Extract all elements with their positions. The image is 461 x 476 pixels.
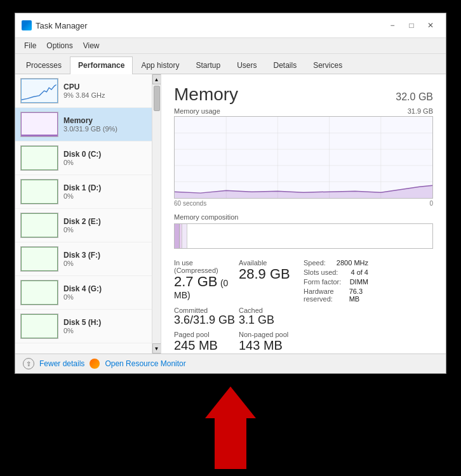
- disk0-name: Disk 0 (C:): [63, 150, 156, 159]
- menu-file[interactable]: File: [20, 39, 40, 52]
- content-area: CPU 9% 3.84 GHz Memory 3.0/31.9 GB (9%): [15, 74, 446, 354]
- tab-startup[interactable]: Startup: [187, 56, 229, 74]
- menu-options[interactable]: Options: [43, 39, 76, 52]
- tab-details[interactable]: Details: [265, 56, 305, 74]
- memory-name: Memory: [63, 116, 156, 125]
- disk2-name: Disk 2 (E:): [63, 217, 156, 226]
- comp-standby: [182, 224, 187, 248]
- speed-value: 2800 MHz: [337, 259, 368, 267]
- in-use-value: 2.7 GB (0 MB): [174, 274, 239, 301]
- form-label: Form factor:: [304, 278, 341, 286]
- footer: ⇧ Fewer details Open Resource Monitor: [15, 354, 446, 373]
- scroll-thumb[interactable]: [154, 86, 160, 111]
- disk4-name: Disk 4 (G:): [63, 284, 156, 293]
- comp-free: [187, 224, 432, 248]
- cpu-thumb: [20, 78, 58, 103]
- tab-bar: Processes Performance App history Startu…: [15, 54, 446, 74]
- sidebar-item-disk2[interactable]: Disk 2 (E:) 0%: [15, 209, 161, 242]
- composition-section: Memory composition: [174, 213, 433, 249]
- in-use-gb: 2.7 GB: [174, 274, 217, 289]
- available-value: 28.9 GB: [239, 267, 304, 282]
- stat-non-paged-pool: Non-paged pool 143 MB: [239, 331, 304, 352]
- paged-pool-value: 245 MB: [174, 338, 239, 352]
- window-title: Task Manager: [36, 21, 88, 30]
- composition-label: Memory composition: [174, 213, 433, 221]
- close-button[interactable]: ✕: [422, 18, 439, 32]
- disk1-thumb: [20, 179, 58, 204]
- graph-label: Memory usage 31.9 GB: [174, 107, 433, 115]
- memory-usage-section: Memory usage 31.9 GB: [174, 107, 433, 207]
- tab-users[interactable]: Users: [229, 56, 265, 74]
- disk3-name: Disk 3 (F:): [63, 251, 156, 260]
- graph-label-right: 31.9 GB: [408, 107, 433, 115]
- cpu-sub: 9% 3.84 GHz: [63, 91, 156, 99]
- sidebar-item-cpu[interactable]: CPU 9% 3.84 GHz: [15, 74, 161, 108]
- stat-paged-pool: Paged pool 245 MB: [174, 331, 239, 352]
- resource-monitor-icon: [90, 359, 100, 369]
- fewer-details-link[interactable]: Fewer details: [39, 359, 84, 368]
- memory-graph: [174, 116, 433, 199]
- graph-label-left: Memory usage: [174, 107, 220, 115]
- disk4-thumb: [20, 280, 58, 305]
- cached-value: 3.1 GB: [239, 314, 304, 327]
- sidebar-item-disk4[interactable]: Disk 4 (G:) 0%: [15, 276, 161, 310]
- minimize-button[interactable]: −: [384, 18, 401, 32]
- in-use-label: In use (Compressed): [174, 259, 239, 274]
- graph-time-right: 0: [429, 200, 433, 207]
- disk3-thumb: [20, 246, 58, 272]
- form-value: DIMM: [350, 278, 368, 286]
- stats-grid: In use (Compressed) 2.7 GB (0 MB) Availa…: [174, 259, 433, 352]
- stat-in-use: In use (Compressed) 2.7 GB (0 MB): [174, 259, 239, 303]
- sidebar-item-disk3[interactable]: Disk 3 (F:) 0%: [15, 242, 161, 276]
- disk0-thumb: [20, 145, 58, 171]
- paged-pool-label: Paged pool: [174, 331, 239, 338]
- non-paged-pool-label: Non-paged pool: [239, 331, 304, 338]
- maximize-button[interactable]: □: [403, 18, 420, 32]
- disk4-sub: 0%: [63, 293, 156, 301]
- disk2-thumb: [20, 213, 58, 238]
- scroll-up-arrow[interactable]: ▲: [152, 74, 161, 84]
- up-arrow-head: [205, 387, 256, 418]
- open-resource-monitor-link[interactable]: Open Resource Monitor: [105, 359, 185, 368]
- memory-header: Memory 32.0 GB: [174, 84, 433, 105]
- non-paged-pool-value: 143 MB: [239, 338, 304, 352]
- title-bar: Task Manager − □ ✕: [15, 13, 446, 38]
- committed-value: 3.6/31.9 GB: [174, 314, 239, 327]
- sidebar: CPU 9% 3.84 GHz Memory 3.0/31.9 GB (9%): [15, 74, 161, 354]
- memory-title: Memory: [174, 84, 238, 105]
- sidebar-item-disk0[interactable]: Disk 0 (C:) 0%: [15, 142, 161, 175]
- stat-committed: Committed 3.6/31.9 GB: [174, 307, 239, 327]
- disk3-sub: 0%: [63, 260, 156, 267]
- hw-reserved-value: 76.3 MB: [349, 288, 368, 303]
- menu-bar: File Options View: [15, 38, 446, 54]
- hw-reserved-label: Hardware reserved:: [304, 288, 349, 303]
- slots-value: 4 of 4: [351, 268, 368, 276]
- disk0-sub: 0%: [63, 159, 156, 166]
- disk5-thumb: [20, 314, 58, 339]
- scroll-down-arrow[interactable]: ▼: [152, 343, 161, 354]
- graph-time: 60 seconds 0: [174, 200, 433, 207]
- disk1-sub: 0%: [63, 192, 156, 200]
- disk5-sub: 0%: [63, 327, 156, 334]
- memory-total: 32.0 GB: [396, 91, 433, 103]
- arrow-annotation: [205, 374, 256, 475]
- up-arrow-stem: [215, 418, 246, 469]
- stat-cached: Cached 3.1 GB: [239, 307, 304, 327]
- main-panel: Memory 32.0 GB Memory usage 31.9 GB: [161, 74, 446, 354]
- tab-processes[interactable]: Processes: [18, 56, 70, 74]
- sidebar-item-disk1[interactable]: Disk 1 (D:) 0%: [15, 175, 161, 209]
- comp-in-use: [175, 224, 180, 248]
- stat-available: Available 28.9 GB: [239, 259, 304, 303]
- slots-label: Slots used:: [304, 268, 338, 276]
- tab-app-history[interactable]: App history: [133, 56, 187, 74]
- menu-view[interactable]: View: [79, 39, 104, 52]
- memory-thumb: [20, 112, 58, 137]
- speed-label: Speed:: [304, 259, 326, 267]
- sidebar-item-memory[interactable]: Memory 3.0/31.9 GB (9%): [15, 108, 161, 142]
- sidebar-item-disk5[interactable]: Disk 5 (H:) 0%: [15, 310, 161, 343]
- sidebar-scrollbar[interactable]: ▲ ▼: [152, 74, 161, 354]
- tab-performance[interactable]: Performance: [70, 56, 133, 74]
- memory-sub: 3.0/31.9 GB (9%): [63, 125, 156, 133]
- tab-services[interactable]: Services: [305, 56, 351, 74]
- fewer-details-icon[interactable]: ⇧: [23, 358, 34, 369]
